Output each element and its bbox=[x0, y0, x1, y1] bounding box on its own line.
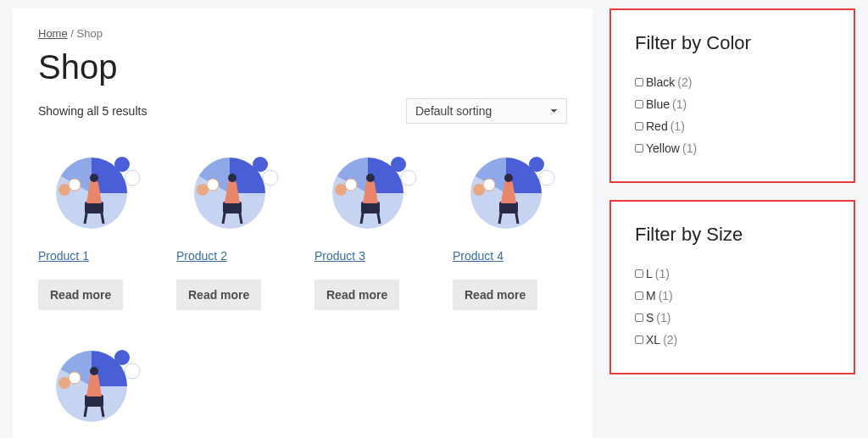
filter-label: Yellow bbox=[646, 141, 680, 155]
svg-point-11 bbox=[197, 184, 209, 196]
product-image[interactable] bbox=[49, 334, 142, 427]
checkbox-icon bbox=[635, 269, 643, 278]
filter-option-m[interactable]: M (1) bbox=[635, 285, 830, 307]
svg-point-10 bbox=[207, 179, 219, 191]
product-illustration-icon bbox=[464, 141, 557, 234]
product-image[interactable] bbox=[464, 141, 557, 234]
product-image[interactable] bbox=[49, 141, 142, 234]
checkbox-icon bbox=[635, 291, 643, 300]
filter-size-title: Filter by Size bbox=[635, 224, 830, 246]
product-illustration-icon bbox=[187, 141, 281, 234]
filter-label: XL bbox=[646, 333, 660, 347]
filter-option-l[interactable]: L (1) bbox=[635, 263, 830, 285]
svg-point-16 bbox=[401, 170, 416, 186]
svg-point-24 bbox=[483, 179, 495, 191]
results-count-text: Showing all 5 results bbox=[38, 104, 147, 118]
svg-point-13 bbox=[228, 174, 236, 182]
svg-point-8 bbox=[253, 157, 268, 172]
svg-point-22 bbox=[529, 157, 544, 172]
checkbox-icon bbox=[635, 144, 643, 152]
svg-point-15 bbox=[391, 157, 406, 172]
filter-count: (1) bbox=[682, 141, 697, 155]
product-image[interactable] bbox=[326, 141, 419, 234]
product-title-link[interactable]: Product 2 bbox=[176, 249, 291, 263]
read-more-button[interactable]: Read more bbox=[38, 280, 123, 310]
checkbox-icon bbox=[635, 122, 643, 130]
product-card: Product 4 Read more bbox=[453, 141, 567, 310]
svg-point-20 bbox=[366, 174, 375, 182]
filter-label: S bbox=[646, 311, 654, 324]
breadcrumb-home-link[interactable]: Home bbox=[38, 27, 68, 40]
filter-count: (1) bbox=[659, 289, 673, 302]
svg-point-34 bbox=[90, 367, 98, 375]
filter-color-list: Black (2) Blue (1) Red (1) Yellow (1) bbox=[635, 71, 830, 159]
breadcrumb: Home / Shop bbox=[38, 27, 567, 40]
read-more-button[interactable]: Read more bbox=[314, 280, 399, 310]
product-title-link[interactable]: Product 3 bbox=[314, 249, 429, 263]
filter-color-title: Filter by Color bbox=[635, 32, 830, 54]
sort-select[interactable]: Default sorting bbox=[406, 98, 567, 124]
svg-point-2 bbox=[125, 170, 140, 186]
svg-point-25 bbox=[473, 184, 485, 196]
svg-point-6 bbox=[90, 174, 98, 182]
filter-count: (1) bbox=[655, 267, 670, 280]
svg-point-32 bbox=[58, 377, 70, 389]
page-title: Shop bbox=[38, 48, 567, 86]
filter-label: Black bbox=[646, 75, 675, 89]
product-illustration-icon bbox=[49, 141, 142, 234]
sidebar: Filter by Color Black (2) Blue (1) Red (… bbox=[609, 8, 855, 438]
checkbox-icon bbox=[635, 100, 643, 108]
filter-size-widget: Filter by Size L (1) M (1) S (1) XL (2) bbox=[609, 200, 855, 374]
svg-point-18 bbox=[335, 184, 347, 196]
filter-label: Blue bbox=[646, 97, 670, 111]
svg-point-3 bbox=[69, 179, 81, 191]
svg-point-1 bbox=[114, 157, 130, 172]
svg-point-23 bbox=[539, 170, 554, 186]
checkbox-icon bbox=[635, 78, 643, 86]
product-card: Product 1 Read more bbox=[38, 141, 153, 310]
product-title-link[interactable]: Product 1 bbox=[38, 249, 153, 263]
filter-option-red[interactable]: Red (1) bbox=[635, 115, 830, 137]
filter-label: L bbox=[646, 267, 653, 280]
filter-option-s[interactable]: S (1) bbox=[635, 307, 830, 329]
product-card: Product 2 Read more bbox=[176, 141, 291, 310]
product-grid: Product 1 Read more bbox=[38, 141, 567, 438]
filter-option-xl[interactable]: XL (2) bbox=[635, 329, 830, 351]
filter-count: (2) bbox=[677, 75, 692, 89]
filter-size-list: L (1) M (1) S (1) XL (2) bbox=[635, 263, 830, 351]
filter-count: (2) bbox=[663, 333, 677, 347]
filter-color-widget: Filter by Color Black (2) Blue (1) Red (… bbox=[609, 8, 855, 183]
svg-point-30 bbox=[125, 363, 140, 379]
product-title-link[interactable]: Product 4 bbox=[453, 249, 567, 263]
filter-count: (1) bbox=[672, 97, 687, 111]
filter-label: Red bbox=[646, 119, 668, 133]
filter-option-blue[interactable]: Blue (1) bbox=[635, 93, 830, 115]
product-illustration-icon bbox=[326, 141, 419, 234]
svg-point-31 bbox=[69, 372, 81, 384]
product-card: Product 3 Read more bbox=[314, 141, 429, 310]
checkbox-icon bbox=[635, 335, 643, 344]
checkbox-icon bbox=[635, 313, 643, 322]
filter-count: (1) bbox=[656, 311, 670, 324]
filter-option-black[interactable]: Black (2) bbox=[635, 71, 830, 93]
product-card bbox=[38, 334, 153, 438]
svg-point-29 bbox=[114, 350, 130, 365]
read-more-button[interactable]: Read more bbox=[453, 280, 537, 310]
breadcrumb-current: Shop bbox=[77, 27, 103, 40]
read-more-button[interactable]: Read more bbox=[176, 280, 261, 310]
main-content: Home / Shop Shop Showing all 5 results D… bbox=[13, 8, 593, 438]
breadcrumb-sep: / bbox=[68, 27, 77, 40]
svg-point-27 bbox=[504, 174, 513, 182]
svg-point-4 bbox=[58, 184, 70, 196]
filter-count: (1) bbox=[670, 119, 685, 133]
product-image[interactable] bbox=[187, 141, 281, 234]
filter-option-yellow[interactable]: Yellow (1) bbox=[635, 137, 830, 159]
product-illustration-icon bbox=[49, 334, 142, 427]
svg-point-17 bbox=[345, 179, 357, 191]
filter-label: M bbox=[646, 289, 656, 302]
svg-point-9 bbox=[263, 170, 278, 186]
